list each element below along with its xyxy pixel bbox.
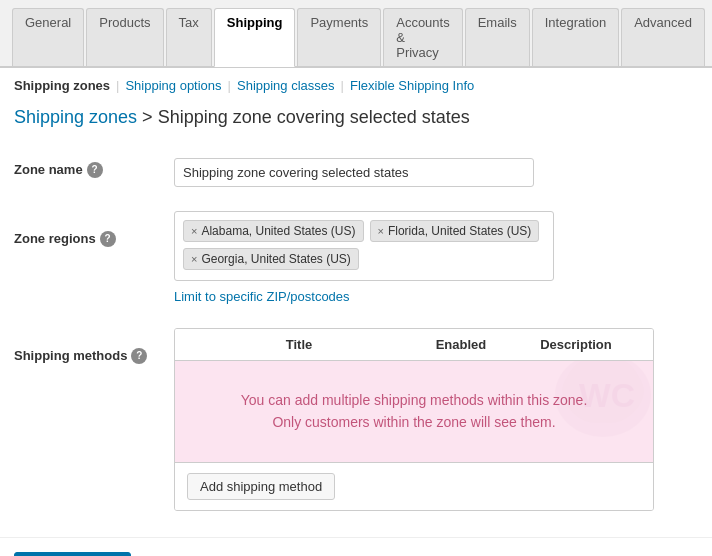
methods-col-description: Description: [511, 337, 641, 352]
tab-general[interactable]: General: [12, 8, 84, 66]
form-table: Zone name ? Zone regions ? ×Alabama, Uni…: [14, 146, 698, 523]
tab-advanced[interactable]: Advanced: [621, 8, 705, 66]
sub-nav-separator: |: [116, 78, 119, 93]
subnav-item-shipping-options[interactable]: Shipping options: [125, 78, 221, 93]
methods-empty-line2: Only customers within the zone will see …: [199, 411, 629, 433]
add-shipping-method-button[interactable]: Add shipping method: [187, 473, 335, 500]
tab-tax[interactable]: Tax: [166, 8, 212, 66]
zone-regions-label: Zone regions: [14, 231, 96, 246]
region-tag-alabama: ×Alabama, United States (US): [183, 220, 364, 242]
breadcrumb: Shipping zones > Shipping zone covering …: [14, 107, 698, 128]
subnav-item-shipping-classes[interactable]: Shipping classes: [237, 78, 335, 93]
tab-emails[interactable]: Emails: [465, 8, 530, 66]
breadcrumb-current: Shipping zone covering selected states: [158, 107, 470, 127]
shipping-methods-container: Title Enabled Description WC You can: [174, 328, 654, 511]
shipping-methods-help-icon[interactable]: ?: [131, 348, 147, 364]
region-tag-label-florida: Florida, United States (US): [388, 224, 531, 238]
top-nav: GeneralProductsTaxShippingPaymentsAccoun…: [0, 0, 712, 67]
subnav-item-flexible-shipping[interactable]: Flexible Shipping Info: [350, 78, 474, 93]
zone-name-input[interactable]: [174, 158, 534, 187]
zip-postcodes-link[interactable]: Limit to specific ZIP/postcodes: [174, 289, 698, 304]
breadcrumb-parent-link[interactable]: Shipping zones: [14, 107, 137, 127]
save-area: Save changes: [0, 537, 712, 556]
methods-empty-state: WC You can add multiple shipping methods…: [175, 361, 653, 462]
zone-regions-row: Zone regions ? ×Alabama, United States (…: [14, 199, 698, 316]
region-tag-georgia: ×Georgia, United States (US): [183, 248, 359, 270]
sub-nav-separator: |: [228, 78, 231, 93]
tab-accounts-privacy[interactable]: Accounts & Privacy: [383, 8, 462, 66]
shipping-methods-row: Shipping methods ? Title Enabled Descrip…: [14, 316, 698, 523]
content-area: Shipping zones|Shipping options|Shipping…: [0, 67, 712, 537]
tab-payments[interactable]: Payments: [297, 8, 381, 66]
methods-empty-line1: You can add multiple shipping methods wi…: [199, 389, 629, 411]
methods-footer: Add shipping method: [175, 462, 653, 510]
sub-nav-separator: |: [341, 78, 344, 93]
region-tag-remove-alabama[interactable]: ×: [191, 225, 197, 237]
methods-table-header: Title Enabled Description: [175, 329, 653, 361]
shipping-methods-label: Shipping methods: [14, 348, 127, 363]
tab-shipping[interactable]: Shipping: [214, 8, 296, 67]
sub-nav: Shipping zones|Shipping options|Shipping…: [14, 78, 698, 93]
zone-name-help-icon[interactable]: ?: [87, 162, 103, 178]
methods-col-title: Title: [187, 337, 411, 352]
zone-name-label: Zone name: [14, 162, 83, 177]
region-tag-florida: ×Florida, United States (US): [370, 220, 540, 242]
region-tag-label-alabama: Alabama, United States (US): [201, 224, 355, 238]
methods-col-enabled: Enabled: [411, 337, 511, 352]
zone-name-row: Zone name ?: [14, 146, 698, 199]
zone-regions-box: ×Alabama, United States (US)×Florida, Un…: [174, 211, 554, 281]
region-tag-remove-georgia[interactable]: ×: [191, 253, 197, 265]
zone-regions-help-icon[interactable]: ?: [100, 231, 116, 247]
save-changes-button[interactable]: Save changes: [14, 552, 131, 556]
breadcrumb-separator: >: [142, 107, 158, 127]
subnav-item-shipping-zones[interactable]: Shipping zones: [14, 78, 110, 93]
region-tag-remove-florida[interactable]: ×: [378, 225, 384, 237]
region-tag-label-georgia: Georgia, United States (US): [201, 252, 350, 266]
tab-products[interactable]: Products: [86, 8, 163, 66]
tab-integration[interactable]: Integration: [532, 8, 619, 66]
